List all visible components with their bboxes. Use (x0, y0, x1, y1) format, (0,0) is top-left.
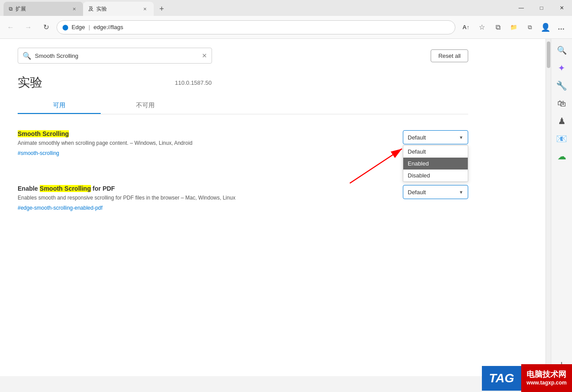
right-sidebar: 🔍 ✦ 🔧 🛍 ♟ 📧 ☁ + (551, 39, 572, 376)
profile-icon[interactable]: 👤 (538, 20, 553, 34)
address-bar: ← → ↻ ⬤ Edge | edge://flags A↑ ☆ ⧉ 📁 ⧉ 👤… (0, 16, 572, 39)
url-brand: Edge (72, 24, 85, 30)
svg-line-1 (350, 149, 402, 183)
option-enabled-1[interactable]: Enabled (403, 158, 468, 170)
flag-name-highlight-2: Smooth Scrolling (40, 185, 91, 192)
watermark: TAG 电脑技术网 www.tagxp.com (482, 364, 572, 392)
dropdown-2: Default ▼ (403, 185, 468, 199)
search-input[interactable] (35, 53, 198, 59)
more-icon[interactable]: … (554, 20, 568, 34)
minimize-button[interactable]: — (511, 0, 531, 16)
page-title: 实验 (18, 74, 42, 91)
new-tab-button[interactable]: + (154, 2, 170, 16)
read-aloud-icon[interactable]: A↑ (459, 20, 473, 34)
clear-search-icon[interactable]: ✕ (202, 52, 207, 59)
chevron-down-icon-2: ▼ (459, 190, 463, 195)
flags-content: 🔍 ✕ Reset all 实验 110.0.1587.50 可用 不可用 (0, 39, 486, 229)
search-icon: 🔍 (23, 52, 31, 60)
dropdown-btn-1[interactable]: Default ▼ (403, 130, 468, 144)
favorites-icon[interactable]: ☆ (475, 20, 489, 34)
dropdown-value-1: Default (408, 134, 426, 141)
flag-desc-1: Animate smoothly when scrolling page con… (18, 139, 327, 147)
flag-name-1: Smooth Scrolling (18, 130, 327, 137)
dropdown-1: Default ▼ Default Enabled Disabled (403, 130, 468, 144)
tab-experiments-label: 实验 (96, 5, 107, 13)
dropdown-menu-1: Default Enabled Disabled (403, 145, 468, 182)
flag-link-2[interactable]: #edge-smooth-scrolling-enabled-pdf (18, 205, 102, 211)
content-area: 🔍 ✕ Reset all 实验 110.0.1587.50 可用 不可用 (0, 39, 545, 376)
browser-body: 🔍 ✕ Reset all 实验 110.0.1587.50 可用 不可用 (0, 39, 572, 376)
tab-extensions-close[interactable]: ✕ (71, 6, 78, 12)
tab-extensions[interactable]: ⧉ 扩展 ✕ (4, 2, 83, 16)
search-container: 🔍 ✕ Reset all (18, 48, 468, 64)
sidebar-cloud-icon[interactable]: ☁ (554, 148, 570, 164)
back-button[interactable]: ← (4, 20, 18, 34)
dropdown-btn-2[interactable]: Default ▼ (403, 185, 468, 199)
url-path: edge://flags (94, 24, 123, 30)
forward-button[interactable]: → (21, 20, 35, 34)
search-box[interactable]: 🔍 ✕ (18, 48, 212, 64)
scrollbar-track[interactable] (545, 39, 551, 376)
flag-name-prefix-2: Enable (18, 185, 40, 192)
tab-experiments-icon: 及 (88, 5, 94, 13)
sidebar-ai-icon[interactable]: ✦ (554, 60, 570, 76)
reset-all-button[interactable]: Reset all (431, 49, 468, 62)
extensions-icon[interactable]: ⧉ (491, 20, 505, 34)
watermark-site: 电脑技术网 (527, 370, 566, 379)
tab-experiments[interactable]: 及 实验 ✕ (83, 2, 154, 16)
sidebar-outlook-icon[interactable]: 📧 (554, 131, 570, 147)
close-button[interactable]: ✕ (552, 0, 572, 16)
flag-item-smooth-scrolling: Smooth Scrolling Animate smoothly when s… (18, 125, 468, 162)
watermark-url: www.tagxp.com (527, 380, 567, 387)
flag-name-2: Enable Smooth Scrolling for PDF (18, 185, 327, 192)
page-header: 实验 110.0.1587.50 (18, 74, 468, 91)
flag-item-smooth-scrolling-pdf: Enable Smooth Scrolling for PDF Enables … (18, 180, 468, 217)
edge-logo-icon: ⬤ (62, 24, 68, 30)
tab-extensions-icon: ⧉ (9, 6, 13, 12)
url-bar[interactable]: ⬤ Edge | edge://flags (57, 20, 455, 34)
url-separator: | (88, 24, 90, 30)
flag-name-highlight-1: Smooth Scrolling (18, 130, 69, 137)
flag-link-1[interactable]: #smooth-scrolling (18, 150, 59, 156)
sidebar-games-icon[interactable]: ♟ (554, 113, 570, 129)
tab-experiments-close[interactable]: ✕ (141, 6, 148, 12)
option-disabled-1[interactable]: Disabled (403, 170, 468, 181)
flag-desc-2: Enables smooth and responsive scrolling … (18, 194, 327, 202)
maximize-button[interactable]: □ (531, 0, 552, 16)
sidebar-store-icon[interactable]: 🛍 (554, 95, 570, 111)
version-text: 110.0.1587.50 (175, 79, 212, 86)
flags-tabs: 可用 不可用 (18, 98, 468, 114)
watermark-logo: TAG (482, 366, 521, 391)
option-default-1[interactable]: Default (403, 146, 468, 158)
collections-icon[interactable]: 📁 (507, 20, 521, 34)
tab-extensions-label: 扩展 (15, 5, 26, 13)
flag-name-suffix-2: for PDF (91, 185, 115, 192)
split-screen-icon[interactable]: ⧉ (523, 20, 537, 34)
scrollbar-thumb[interactable] (547, 41, 550, 68)
chevron-down-icon-1: ▼ (459, 135, 463, 140)
refresh-button[interactable]: ↻ (39, 20, 53, 34)
sidebar-search-icon[interactable]: 🔍 (554, 42, 570, 58)
tab-unavailable[interactable]: 不可用 (101, 98, 190, 114)
tabs-bar: ⧉ 扩展 ✕ 及 实验 ✕ + — □ ✕ (0, 0, 572, 16)
dropdown-value-2: Default (408, 189, 426, 196)
flag-info-1: Smooth Scrolling Animate smoothly when s… (18, 130, 327, 157)
flag-info-2: Enable Smooth Scrolling for PDF Enables … (18, 185, 327, 211)
toolbar-icons: A↑ ☆ ⧉ 📁 ⧉ 👤 … (459, 20, 568, 34)
watermark-text: 电脑技术网 www.tagxp.com (521, 364, 572, 392)
sidebar-tools-icon[interactable]: 🔧 (554, 78, 570, 94)
tab-available[interactable]: 可用 (18, 98, 101, 114)
